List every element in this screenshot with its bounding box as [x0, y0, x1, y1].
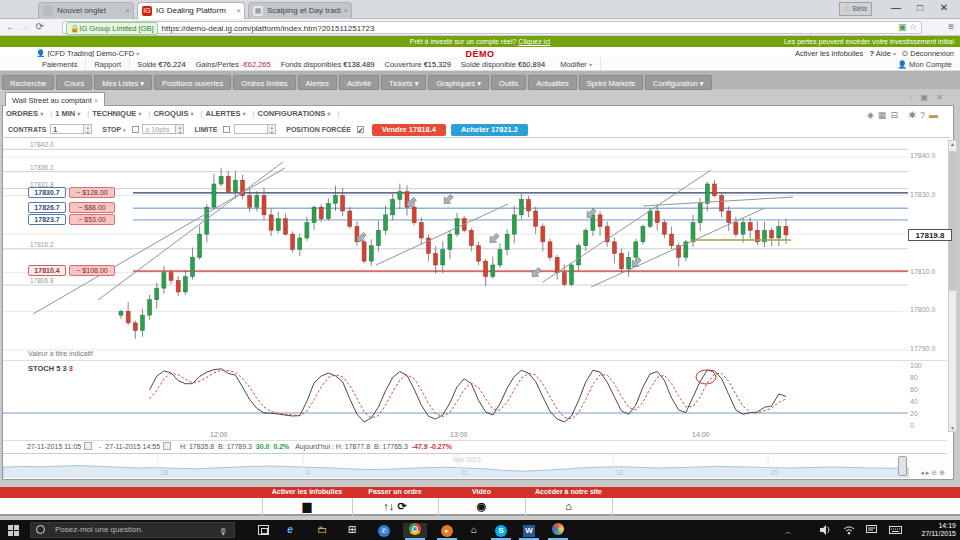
- action-label-4[interactable]: Accéder à notre site: [524, 488, 614, 495]
- browser-tab-new[interactable]: Nouvel onglet ×: [38, 2, 134, 19]
- today-high: H: 17877.8: [336, 443, 370, 450]
- chrome-icon[interactable]: [403, 523, 427, 538]
- chart-navigator[interactable]: Nov 2015 284111825 ◂ ▸ ⊖ ⊕: [3, 453, 947, 478]
- media-player-icon[interactable]: ▸: [435, 523, 459, 538]
- navigator-handle[interactable]: [898, 456, 907, 476]
- promo-link[interactable]: Cliquez ici: [518, 38, 550, 45]
- chart-tool-icons[interactable]: ◈▦⊟ ✱?▬: [867, 110, 942, 120]
- taskbar-clock[interactable]: 14:19 27/11/2015: [921, 522, 956, 538]
- nav-mes-listes-[interactable]: Mes Listes ▾: [94, 75, 152, 90]
- candlestick-chart[interactable]: [3, 138, 947, 360]
- modify-dropdown[interactable]: Modifier ▾: [552, 57, 601, 72]
- paint-app-icon[interactable]: [546, 523, 570, 538]
- task-view-button[interactable]: [258, 525, 269, 535]
- nav-recherche[interactable]: Recherche: [2, 75, 54, 90]
- chrome-menu-icon[interactable]: ≡: [948, 21, 954, 32]
- tray-expand-icon[interactable]: ︿: [785, 527, 792, 537]
- toolbar-alertes[interactable]: ALERTES ▾: [206, 109, 246, 118]
- nav-sprint-markets[interactable]: Sprint Markets: [579, 75, 643, 90]
- system-tray[interactable]: [811, 525, 902, 535]
- toolbar-technique[interactable]: TECHNIQUE ▾: [92, 109, 141, 118]
- toolbar-ordres[interactable]: ORDRES ▾: [6, 109, 43, 118]
- close-tab-icon[interactable]: ×: [125, 6, 130, 15]
- nav-positions-ouvertes[interactable]: Positions ouvertes: [154, 75, 231, 90]
- date-to[interactable]: 27-11-2015 14:55: [105, 443, 160, 450]
- account-menu-item[interactable]: Paiements: [34, 57, 86, 72]
- limit-checkbox[interactable]: [223, 126, 230, 133]
- order-level[interactable]: 17810.4− $108.00: [28, 265, 115, 276]
- buy-button[interactable]: Acheter 17821.2: [451, 124, 528, 136]
- nav-tickets-[interactable]: Tickets ▾: [381, 75, 426, 90]
- action-label-2[interactable]: Passer un ordre: [350, 488, 440, 495]
- skype-icon[interactable]: S: [489, 523, 513, 538]
- home-icon[interactable]: ⌂: [554, 500, 584, 512]
- stoch-label[interactable]: STOCH 5 3 3: [28, 364, 73, 373]
- close-tab-icon[interactable]: ×: [343, 6, 348, 15]
- stop-checkbox[interactable]: [132, 126, 139, 133]
- nav-activit-[interactable]: Activité: [339, 75, 379, 90]
- chart-scrollbar[interactable]: ▲▼: [948, 140, 957, 432]
- minimize-button[interactable]: —: [884, 2, 908, 13]
- browser-tab-scalping[interactable]: ▦ Scalping et Day tradi ×: [248, 2, 352, 19]
- contracts-stepper[interactable]: ▲▼: [84, 124, 92, 134]
- reload-icon[interactable]: ⟳: [36, 21, 44, 32]
- date-from[interactable]: 27-11-2015 11:05: [27, 443, 81, 450]
- home-app-icon[interactable]: ⌂: [462, 523, 486, 538]
- nav-outils[interactable]: Outils: [491, 75, 526, 90]
- close-button[interactable]: ✕: [932, 2, 956, 13]
- workspace-tab[interactable]: Wall Street au comptant ×: [5, 92, 105, 106]
- microphone-icon[interactable]: 🎙: [219, 525, 228, 539]
- account-menu-item[interactable]: Rapport: [86, 57, 130, 72]
- nav-alertes[interactable]: Alertes: [298, 75, 337, 90]
- extension-icon[interactable]: ▣: [898, 22, 907, 32]
- order-level[interactable]: 17826.7− $88.00: [28, 202, 115, 213]
- close-tab-icon[interactable]: ×: [236, 6, 241, 15]
- stop-input[interactable]: ≥ 10pts: [142, 124, 176, 134]
- stop-label[interactable]: STOP ▾: [102, 122, 125, 138]
- action-label-1[interactable]: Activer les infobulles: [262, 488, 352, 495]
- ssl-badge[interactable]: 🔒IG Group Limited [GB]: [66, 22, 158, 35]
- limit-stepper[interactable]: ▲▼: [268, 124, 276, 134]
- cortana-search[interactable]: Posez-moi une question. 🎙: [30, 522, 235, 538]
- stop-stepper[interactable]: ▲▼: [176, 124, 184, 134]
- panel-window-controls[interactable]: ▫ ▣ ✕: [909, 93, 946, 102]
- close-tab-icon[interactable]: ×: [94, 96, 98, 105]
- limit-input[interactable]: [234, 124, 268, 134]
- phone-app-icon[interactable]: ✆: [372, 523, 396, 538]
- order-level[interactable]: 17823.7− $53.00: [28, 214, 115, 225]
- start-button[interactable]: [8, 525, 19, 536]
- word-icon[interactable]: W: [517, 523, 541, 538]
- action-label-3[interactable]: Vidéo: [437, 488, 527, 495]
- file-explorer-icon[interactable]: 🗀: [310, 523, 334, 538]
- toolbar-1 min[interactable]: 1 MIN ▾: [55, 109, 80, 118]
- internet-explorer-icon[interactable]: e: [278, 523, 302, 538]
- nav-graphiques-[interactable]: Graphiques ▾: [428, 75, 489, 90]
- my-account-link[interactable]: 👤 Mon Compte: [898, 60, 952, 69]
- forced-position-checkbox[interactable]: ✓: [357, 126, 364, 133]
- play-circle-icon[interactable]: ◉: [467, 500, 497, 513]
- forward-icon[interactable]: →: [19, 21, 29, 32]
- toolbar-configurations[interactable]: CONFIGURATIONS ▾: [258, 109, 331, 118]
- sell-button[interactable]: Vendre 17818.4: [372, 124, 446, 136]
- calendar-icon[interactable]: [163, 442, 171, 450]
- stochastic-chart[interactable]: [3, 360, 947, 430]
- address-input[interactable]: 🔒IG Group Limited [GB]https://demo-deal.…: [62, 21, 922, 34]
- calendar-icon[interactable]: [84, 442, 92, 450]
- nav-actualit-s[interactable]: Actualités: [528, 75, 577, 90]
- scrollbar-thumb[interactable]: [949, 151, 956, 291]
- order-arrows-icon[interactable]: ↑↓ ⟳: [380, 500, 410, 513]
- windows-store-icon[interactable]: ⊞: [340, 523, 364, 538]
- nav-ordres-limit-s[interactable]: Ordres limités: [233, 75, 295, 90]
- nav-configuration-[interactable]: Configuration ▾: [645, 75, 711, 90]
- speech-bubble-icon[interactable]: ▆: [292, 500, 322, 513]
- contracts-input[interactable]: 1: [50, 124, 84, 134]
- back-icon[interactable]: ←: [6, 21, 16, 32]
- browser-tab-ig[interactable]: IG IG Dealing Platform ×: [137, 2, 245, 19]
- maximize-button[interactable]: □: [908, 2, 932, 13]
- bookmark-star-icon[interactable]: ☆: [909, 22, 917, 32]
- nav-cours[interactable]: Cours: [56, 75, 92, 90]
- navigator-zoom-icons[interactable]: ◂ ▸ ⊖ ⊕: [920, 469, 945, 477]
- order-level[interactable]: 17830.7− $128.00: [28, 187, 115, 198]
- today-low: B: 17765.3: [374, 443, 408, 450]
- toolbar-croquis[interactable]: CROQUIS ▾: [153, 109, 193, 118]
